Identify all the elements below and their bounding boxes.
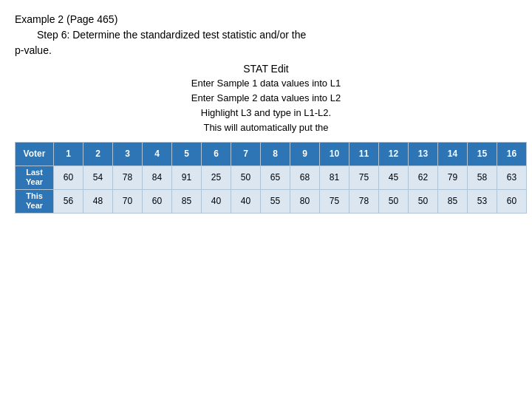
table-cell: 58	[468, 166, 497, 189]
table-cell: 45	[379, 166, 409, 189]
table-cell: 91	[172, 166, 202, 189]
table-cell: 68	[290, 166, 320, 189]
data-table: Voter12345678910111213141516 LastYear605…	[15, 142, 527, 214]
col-header-11: 11	[349, 142, 379, 166]
stat-line-2: Highlight L3 and type in L1-L2.	[15, 106, 517, 120]
stat-title: STAT Edit	[15, 63, 517, 75]
col-header-14: 14	[438, 142, 468, 166]
col-header-10: 10	[320, 142, 349, 166]
stat-line-3: This will automatically put the	[15, 120, 517, 135]
col-header-13: 13	[409, 142, 438, 166]
table-cell: 50	[231, 166, 261, 189]
data-table-wrapper: Voter12345678910111213141516 LastYear605…	[15, 142, 517, 214]
pvalue-line: p-value.	[15, 43, 517, 58]
table-cell: 60	[143, 189, 172, 213]
table-cell: 79	[438, 166, 468, 189]
table-cell: 60	[497, 189, 527, 213]
col-header-16: 16	[497, 142, 527, 166]
col-header-6: 6	[202, 142, 231, 166]
table-cell: 50	[409, 189, 438, 213]
table-cell: 78	[113, 166, 143, 189]
col-header-4: 4	[143, 142, 172, 166]
this-year-label: ThisYear	[16, 189, 54, 213]
stat-line-0: Enter Sample 1 data values into L1	[15, 76, 517, 91]
table-cell: 60	[54, 166, 83, 189]
table-cell: 85	[172, 189, 202, 213]
table-cell: 81	[320, 166, 349, 189]
table-cell: 54	[83, 166, 113, 189]
table-cell: 40	[231, 189, 261, 213]
table-row: LastYear60547884912550656881754562795863	[16, 166, 527, 189]
table-cell: 75	[320, 189, 349, 213]
table-cell: 40	[202, 189, 231, 213]
table-cell: 75	[349, 166, 379, 189]
col-header-7: 7	[231, 142, 261, 166]
example-header: Example 2 (Page 465) Step 6: Determine t…	[15, 12, 517, 58]
col-header-9: 9	[290, 142, 320, 166]
table-cell: 55	[261, 189, 290, 213]
table-cell: 48	[83, 189, 113, 213]
table-cell: 65	[261, 166, 290, 189]
table-cell: 56	[54, 189, 83, 213]
table-header-row: Voter12345678910111213141516	[16, 142, 527, 166]
table-cell: 63	[497, 166, 527, 189]
col-header-5: 5	[172, 142, 202, 166]
table-cell: 62	[409, 166, 438, 189]
stat-line-1: Enter Sample 2 data values into L2	[15, 91, 517, 106]
page: Example 2 (Page 465) Step 6: Determine t…	[0, 0, 532, 399]
col-header-3: 3	[113, 142, 143, 166]
table-cell: 78	[349, 189, 379, 213]
col-header-1: 1	[54, 142, 83, 166]
col-header-8: 8	[261, 142, 290, 166]
col-header-12: 12	[379, 142, 409, 166]
table-cell: 84	[143, 166, 172, 189]
table-row: ThisYear56487060854040558075785050855360	[16, 189, 527, 213]
table-cell: 50	[379, 189, 409, 213]
col-header-15: 15	[468, 142, 497, 166]
table-cell: 25	[202, 166, 231, 189]
table-cell: 53	[468, 189, 497, 213]
last-year-label: LastYear	[16, 166, 54, 189]
example-title: Example 2 (Page 465)	[15, 12, 517, 27]
table-cell: 70	[113, 189, 143, 213]
stat-section: STAT Edit Enter Sample 1 data values int…	[15, 63, 517, 136]
table-cell: 80	[290, 189, 320, 213]
step-line: Step 6: Determine the standardized test …	[15, 27, 517, 43]
voter-header: Voter	[16, 142, 54, 166]
col-header-2: 2	[83, 142, 113, 166]
table-cell: 85	[438, 189, 468, 213]
